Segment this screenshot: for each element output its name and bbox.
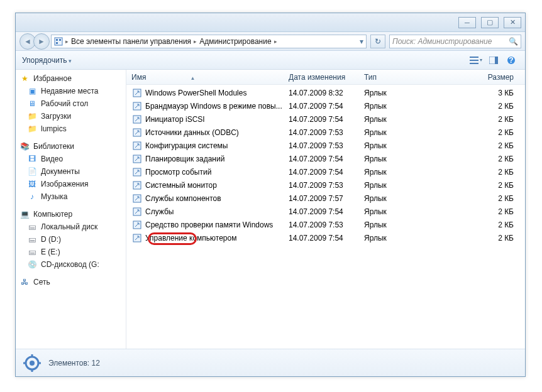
file-row[interactable]: Конфигурация системы14.07.2009 7:53Ярлык… (126, 139, 525, 152)
preview-pane-button[interactable] (486, 53, 501, 67)
sidebar-item-cd[interactable]: 💿CD-дисковод (G: (16, 258, 126, 271)
title-bar[interactable]: ─ ▢ ✕ (16, 13, 525, 32)
svg-rect-6 (470, 63, 478, 64)
minimize-button[interactable]: ─ (458, 17, 476, 28)
file-type: Ярлык (364, 102, 437, 111)
search-input[interactable]: Поиск: Администрирование 🔍 (389, 35, 521, 48)
video-icon: 🎞 (27, 154, 37, 164)
address-bar: ◄ ► ▸ Все элементы панели управления ▸ А… (16, 32, 525, 51)
file-date: 14.07.2009 7:54 (289, 168, 364, 177)
maximize-button[interactable]: ▢ (481, 17, 499, 28)
shortcut-icon (131, 194, 143, 203)
chevron-down-icon[interactable]: ▾ (360, 37, 363, 46)
search-icon[interactable]: 🔍 (509, 37, 518, 46)
file-date: 14.07.2009 7:53 (289, 220, 364, 229)
file-rows: Windows PowerShell Modules14.07.2009 8:3… (126, 85, 525, 349)
sidebar-libraries[interactable]: 📚Библиотеки (16, 140, 126, 153)
file-type: Ярлык (364, 194, 437, 203)
sidebar-item-recent[interactable]: ▣Недавние места (16, 85, 126, 97)
sidebar-item-d[interactable]: 🖴D (D:) (16, 233, 126, 246)
sidebar-item-pictures[interactable]: 🖼Изображения (16, 178, 126, 190)
sidebar-item-localdisk[interactable]: 🖴Локальный диск (16, 220, 126, 233)
file-type: Ярлык (364, 141, 437, 150)
svg-rect-3 (56, 42, 58, 44)
gear-icon (22, 353, 42, 373)
svg-rect-1 (56, 39, 58, 41)
close-button[interactable]: ✕ (504, 17, 521, 28)
explorer-window: ─ ▢ ✕ ◄ ► ▸ Все элементы панели управлен… (15, 13, 526, 377)
column-headers: Имя▲ Дата изменения Тип Размер (126, 70, 525, 85)
sidebar-item-desktop[interactable]: 🖥Рабочий стол (16, 97, 126, 110)
folder-icon: 📁 (27, 124, 37, 134)
file-size: 2 КБ (437, 141, 520, 150)
file-size: 2 КБ (437, 102, 520, 111)
sidebar-item-lumpics[interactable]: 📁lumpics (16, 122, 126, 135)
shortcut-icon (131, 207, 143, 216)
column-name[interactable]: Имя▲ (131, 73, 289, 82)
sidebar-item-e[interactable]: 🖴E (E:) (16, 246, 126, 258)
sidebar-item-music[interactable]: ♪Музыка (16, 190, 126, 203)
view-mode-button[interactable]: ▾ (468, 53, 484, 67)
chevron-right-icon: ▸ (194, 38, 197, 45)
drive-icon: 🖴 (27, 234, 37, 244)
file-type: Ярлык (364, 128, 437, 137)
refresh-button[interactable]: ↻ (370, 35, 385, 48)
file-date: 14.07.2009 7:53 (289, 181, 364, 190)
help-button[interactable]: ? (504, 53, 519, 67)
file-date: 14.07.2009 7:53 (289, 128, 364, 137)
shortcut-icon (131, 181, 143, 190)
file-date: 14.07.2009 7:54 (289, 102, 364, 111)
sidebar-network[interactable]: 🖧Сеть (16, 276, 126, 288)
column-size[interactable]: Размер (437, 73, 520, 82)
file-date: 14.07.2009 7:54 (289, 115, 364, 124)
shortcut-icon (131, 128, 143, 137)
file-row[interactable]: Системный монитор14.07.2009 7:53Ярлык2 К… (126, 178, 525, 192)
file-row[interactable]: Источники данных (ODBC)14.07.2009 7:53Яр… (126, 126, 525, 139)
file-row[interactable]: Управление компьютером14.07.2009 7:54Ярл… (126, 231, 525, 244)
shortcut-icon (131, 102, 143, 111)
file-name: Средство проверки памяти Windows (145, 220, 273, 229)
shortcut-icon (131, 89, 143, 97)
toolbar: Упорядочить ▾ ? (16, 51, 525, 70)
sidebar-favorites[interactable]: ★Избранное (16, 72, 126, 85)
sidebar-item-video[interactable]: 🎞Видео (16, 153, 126, 165)
column-date[interactable]: Дата изменения (289, 73, 364, 82)
file-name: Просмотр событий (145, 168, 211, 177)
file-type: Ярлык (364, 220, 437, 229)
drive-icon: 🖴 (27, 247, 37, 257)
file-size: 3 КБ (437, 89, 520, 97)
breadcrumb-part-1[interactable]: Все элементы панели управления (71, 37, 191, 46)
file-date: 14.07.2009 7:54 (289, 207, 364, 216)
file-row[interactable]: Windows PowerShell Modules14.07.2009 8:3… (126, 86, 525, 99)
file-row[interactable]: Службы компонентов14.07.2009 7:57Ярлык2 … (126, 192, 525, 205)
organize-menu[interactable]: Упорядочить (22, 56, 72, 65)
file-name: Системный монитор (145, 181, 217, 190)
drive-icon: 🖴 (27, 222, 37, 232)
file-type: Ярлык (364, 207, 437, 216)
navigation-pane[interactable]: ★Избранное ▣Недавние места 🖥Рабочий стол… (16, 70, 126, 349)
file-row[interactable]: Планировщик заданий14.07.2009 7:54Ярлык2… (126, 152, 525, 165)
sidebar-item-downloads[interactable]: 📁Загрузки (16, 110, 126, 122)
file-row[interactable]: Брандмауэр Windows в режиме повы...14.07… (126, 99, 525, 112)
breadcrumb-field[interactable]: ▸ Все элементы панели управления ▸ Админ… (51, 35, 367, 48)
forward-button[interactable]: ► (33, 33, 50, 50)
shortcut-icon (131, 220, 143, 229)
file-size: 2 КБ (437, 234, 520, 242)
svg-text:?: ? (509, 56, 513, 65)
file-date: 14.07.2009 7:53 (289, 141, 364, 150)
svg-rect-8 (495, 57, 498, 64)
file-row[interactable]: Инициатор iSCSI14.07.2009 7:54Ярлык2 КБ (126, 112, 525, 126)
search-placeholder: Поиск: Администрирование (392, 37, 492, 46)
file-name: Windows PowerShell Modules (145, 89, 246, 97)
sidebar-item-documents[interactable]: 📄Документы (16, 165, 126, 178)
breadcrumb-part-2[interactable]: Администрирование (199, 37, 271, 46)
file-type: Ярлык (364, 234, 437, 242)
file-row[interactable]: Службы14.07.2009 7:54Ярлык2 КБ (126, 205, 525, 218)
file-date: 14.07.2009 7:54 (289, 234, 364, 242)
sidebar-computer[interactable]: 💻Компьютер (16, 208, 126, 220)
column-type[interactable]: Тип (364, 73, 437, 82)
file-row[interactable]: Просмотр событий14.07.2009 7:54Ярлык2 КБ (126, 165, 525, 178)
file-row[interactable]: Средство проверки памяти Windows14.07.20… (126, 218, 525, 231)
svg-rect-5 (470, 60, 478, 61)
document-icon: 📄 (27, 166, 37, 177)
